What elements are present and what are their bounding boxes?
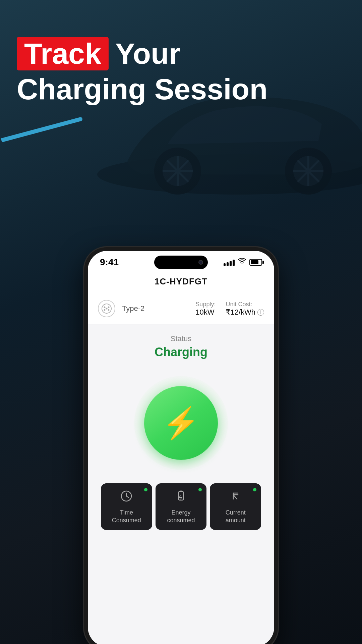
- status-label: Status: [95, 334, 267, 343]
- station-header: 1C-HYDFGT: [88, 271, 274, 293]
- signal-bar-4: [233, 260, 235, 266]
- bolt-icon: ⚡: [162, 408, 200, 438]
- battery-icon: [249, 259, 262, 266]
- supply-spec: Supply: 10kW: [195, 301, 216, 317]
- time-consumed-label: Time Consumed: [106, 509, 147, 525]
- wifi-icon: [238, 258, 246, 267]
- phone-outer-frame: 9:41: [84, 247, 278, 644]
- header-section: Track Your Charging Session: [17, 37, 267, 106]
- status-value: Charging: [95, 345, 267, 359]
- energy-consumed-status-dot: [198, 488, 202, 491]
- svg-line-27: [233, 495, 237, 499]
- camera-dot: [198, 260, 203, 265]
- battery-fill: [251, 260, 258, 264]
- unit-cost-label: Unit Cost:: [226, 301, 264, 308]
- charging-circle-inner: ⚡: [144, 386, 218, 460]
- time-consumed-card: Time Consumed: [101, 483, 152, 530]
- clock-icon: [120, 490, 132, 505]
- svg-point-16: [104, 309, 106, 311]
- header-line2: Charging Session: [17, 73, 267, 106]
- signal-bar-2: [227, 262, 229, 266]
- connector-type-label: Type-2: [122, 304, 144, 313]
- current-amount-label: Current amount: [215, 509, 256, 525]
- svg-point-15: [108, 307, 110, 308]
- connector-specs: Supply: 10kW Unit Cost: ₹12/kWh i: [195, 301, 264, 317]
- battery-charge-icon: [175, 490, 187, 505]
- supply-label: Supply:: [195, 301, 216, 308]
- unit-cost-value: ₹12/kWh i: [226, 308, 264, 317]
- signal-bar-3: [230, 261, 232, 266]
- dynamic-island: [154, 256, 208, 269]
- current-amount-card: Current amount: [210, 483, 261, 530]
- svg-point-18: [106, 308, 108, 310]
- status-area: Status Charging ⚡: [88, 324, 274, 541]
- signal-bar-1: [224, 263, 226, 266]
- app-content: 1C-HYDFGT Type-2: [88, 271, 274, 541]
- time-consumed-status-dot: [144, 488, 147, 491]
- track-badge: Track: [17, 37, 109, 70]
- connector-info-bar: Type-2 Supply: 10kW Unit Cost: ₹12/kWh i: [88, 293, 274, 324]
- phone-mockup: 9:41: [84, 247, 278, 644]
- unit-cost-spec: Unit Cost: ₹12/kWh i: [226, 301, 264, 317]
- status-bar: 9:41: [88, 251, 274, 271]
- svg-point-17: [108, 309, 110, 311]
- rupee-icon: [230, 490, 242, 505]
- header-line1-rest: Your: [115, 38, 180, 69]
- station-id: 1C-HYDFGT: [95, 276, 267, 287]
- signal-icon: [224, 259, 235, 266]
- phone-screen: 9:41: [88, 251, 274, 644]
- status-icons: [224, 258, 262, 267]
- status-time: 9:41: [100, 257, 119, 268]
- connector-type-icon: [98, 300, 115, 317]
- svg-point-14: [104, 307, 106, 308]
- header-line1: Track Your: [17, 37, 267, 70]
- supply-value: 10kW: [195, 308, 216, 317]
- charging-circle-outer: ⚡: [134, 376, 228, 470]
- energy-consumed-card: Energy consumed: [156, 483, 207, 530]
- current-amount-status-dot: [253, 488, 256, 491]
- svg-line-21: [126, 496, 128, 497]
- energy-consumed-label: Energy consumed: [160, 509, 202, 525]
- charging-animation: ⚡: [95, 369, 267, 483]
- info-icon[interactable]: i: [257, 309, 264, 316]
- info-cards: Time Consumed Energy co: [95, 483, 267, 535]
